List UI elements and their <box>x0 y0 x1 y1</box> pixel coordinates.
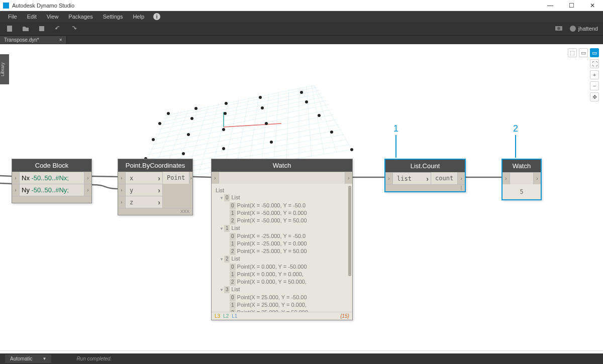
zoom-fit-icon[interactable]: ⛶ <box>590 59 599 68</box>
svg-point-63 <box>259 96 262 99</box>
input-port-x[interactable]: › <box>118 172 126 184</box>
minimize-button[interactable]: — <box>543 2 558 9</box>
viewport-controls: ⬚ ▭ ▭ ⛶ + − ✥ <box>568 48 599 101</box>
node-title: Watch <box>212 159 352 172</box>
svg-line-19 <box>166 85 314 115</box>
svg-point-57 <box>224 112 227 115</box>
node-watch-large[interactable]: Watch › › List▼0List0Point(X = -50.000, … <box>211 159 353 320</box>
svg-line-34 <box>307 86 312 157</box>
svg-point-46 <box>182 152 185 155</box>
open-icon[interactable] <box>21 24 30 33</box>
vp-geom-icon[interactable]: ▭ <box>590 48 599 57</box>
svg-point-54 <box>318 114 321 117</box>
svg-rect-1 <box>39 26 44 31</box>
svg-line-12 <box>152 109 332 145</box>
run-mode-dropdown[interactable]: Automatic▼ <box>5 354 51 363</box>
lacing-label[interactable]: XXX <box>118 208 192 215</box>
chevron-icon: › <box>156 186 162 194</box>
svg-line-9 <box>146 125 339 160</box>
node-title: List.Count <box>385 160 465 172</box>
menu-file[interactable]: File <box>3 14 22 20</box>
input-port[interactable]: › <box>12 172 20 184</box>
menu-packages[interactable]: Packages <box>63 14 97 20</box>
node-list-count[interactable]: List.Count ›list› count› | <box>384 159 466 192</box>
svg-point-61 <box>194 107 197 110</box>
tab-label: Transpose.dyn* <box>4 37 39 43</box>
vp-graph-icon[interactable]: ▭ <box>579 48 588 57</box>
annotation-2: 2 <box>513 124 518 158</box>
svg-point-51 <box>187 133 190 136</box>
user-icon <box>570 26 576 32</box>
library-panel-tab[interactable]: Library <box>0 54 9 84</box>
svg-line-10 <box>148 119 337 155</box>
vp-3d-icon[interactable]: ⬚ <box>568 48 577 57</box>
menu-edit[interactable]: Edit <box>22 14 42 20</box>
output-port[interactable]: › <box>457 172 465 184</box>
svg-line-15 <box>158 97 324 130</box>
svg-point-50 <box>152 138 155 141</box>
scrollbar-thumb[interactable] <box>348 186 351 276</box>
node-footer: | <box>385 184 465 191</box>
tab-close-icon[interactable]: × <box>59 37 62 43</box>
node-footer <box>12 196 91 203</box>
chevron-icon: › <box>424 175 431 183</box>
node-title: Watch <box>502 160 541 172</box>
undo-icon[interactable] <box>53 24 62 33</box>
user-menu[interactable]: jhattend <box>570 26 598 32</box>
svg-point-56 <box>190 117 193 120</box>
svg-point-58 <box>261 106 264 109</box>
node-point-bycoordinates[interactable]: Point.ByCoordinates ›x› ›y› ›z› Point› X… <box>118 159 193 215</box>
new-icon[interactable] <box>5 24 14 33</box>
info-icon[interactable]: i <box>153 13 160 20</box>
output-port[interactable]: › <box>345 172 352 184</box>
bottombar: Automatic▼ Run completed. <box>0 353 603 364</box>
svg-point-60 <box>167 112 170 115</box>
svg-point-64 <box>300 91 303 94</box>
input-port[interactable]: › <box>12 184 20 196</box>
close-button[interactable]: ✕ <box>585 2 600 9</box>
pan-icon[interactable]: ✥ <box>590 92 599 101</box>
toolbar: jhattend <box>0 22 603 35</box>
svg-point-48 <box>270 141 273 144</box>
zoom-in-icon[interactable]: + <box>590 70 599 79</box>
svg-point-49 <box>330 131 333 134</box>
chevron-icon: › <box>156 174 162 182</box>
graph-canvas[interactable]: Library ⬚ ▭ ▭ ⛶ + − ✥ <box>0 44 603 341</box>
output-port[interactable]: › <box>84 184 91 196</box>
svg-line-39 <box>224 124 281 127</box>
input-port[interactable]: › <box>385 173 393 184</box>
node-title: Point.ByCoordinates <box>118 159 192 172</box>
save-icon[interactable] <box>37 24 46 33</box>
chevron-icon: › <box>156 198 162 206</box>
annotation-1: 1 <box>393 124 398 158</box>
output-port[interactable]: › <box>533 173 541 184</box>
maximize-button[interactable]: ☐ <box>564 2 579 9</box>
node-codeblock[interactable]: Code Block › Nx -50..50..#Nx; › › Ny -50… <box>12 159 92 203</box>
input-port[interactable]: › <box>212 172 219 184</box>
redo-icon[interactable] <box>69 24 78 33</box>
svg-line-29 <box>249 95 259 167</box>
menu-help[interactable]: Help <box>128 14 149 20</box>
output-port[interactable]: › <box>189 172 192 184</box>
file-tab[interactable]: Transpose.dyn* × <box>0 36 67 44</box>
input-port[interactable]: › <box>502 173 510 184</box>
app-icon <box>3 3 9 9</box>
status-text: Run completed. <box>76 356 112 361</box>
svg-point-3 <box>557 27 560 30</box>
menu-view[interactable]: View <box>42 14 64 20</box>
zoom-out-icon[interactable]: − <box>590 81 599 90</box>
input-port-z[interactable]: › <box>118 196 126 208</box>
camera-icon[interactable] <box>555 24 563 33</box>
titlebar: Autodesk Dynamo Studio — ☐ ✕ <box>0 0 603 11</box>
menubar: File Edit View Packages Settings Help i <box>0 11 603 22</box>
svg-line-28 <box>236 97 249 169</box>
username: jhattend <box>578 26 598 32</box>
watch-tree[interactable]: List▼0List0Point(X = -50.000, Y = -50.01… <box>212 184 352 312</box>
svg-rect-0 <box>7 26 12 32</box>
output-port[interactable]: › <box>84 172 91 184</box>
svg-point-52 <box>222 128 225 131</box>
input-port-y[interactable]: › <box>118 184 126 196</box>
menu-settings[interactable]: Settings <box>98 14 128 20</box>
svg-point-53 <box>265 122 268 125</box>
node-watch-small[interactable]: Watch › › 5 <box>501 159 542 200</box>
